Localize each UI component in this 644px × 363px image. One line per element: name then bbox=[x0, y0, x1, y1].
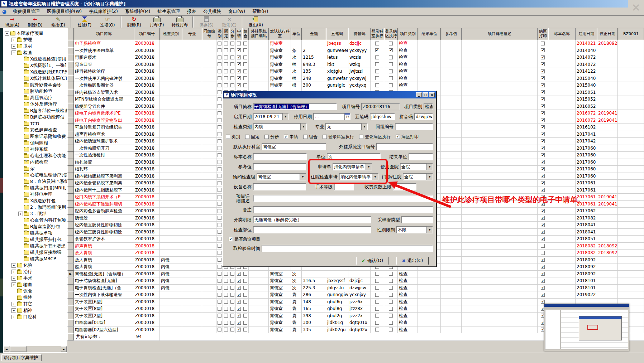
external-code-field[interactable] bbox=[376, 143, 433, 150]
expand-icon[interactable]: + bbox=[11, 282, 16, 287]
table-checkbox[interactable]: ✔ bbox=[236, 271, 242, 278]
menu-item[interactable]: 系统维护(M) bbox=[121, 8, 154, 16]
table-checkbox[interactable]: ✔ bbox=[538, 236, 548, 243]
filter-button[interactable]: 过滤(F) bbox=[73, 16, 96, 28]
table-checkbox[interactable]: ✔ bbox=[538, 96, 548, 103]
table-checkbox[interactable] bbox=[371, 299, 384, 306]
tree-item[interactable]: 饮食 bbox=[3, 288, 67, 294]
options-button[interactable]: ☞选项(O) bbox=[96, 16, 119, 28]
table-checkbox[interactable] bbox=[384, 299, 398, 306]
status-tab[interactable]: 诊疗项目字典维护 bbox=[1, 354, 42, 361]
table-checkbox[interactable] bbox=[223, 61, 229, 68]
charge-limit-field[interactable] bbox=[393, 183, 416, 190]
table-checkbox[interactable]: ✔ bbox=[236, 291, 242, 299]
table-checkbox[interactable] bbox=[242, 271, 249, 278]
table-checkbox[interactable] bbox=[216, 271, 223, 278]
table-checkbox[interactable] bbox=[242, 54, 249, 61]
table-checkbox[interactable]: ✔ bbox=[538, 291, 548, 299]
tree-item[interactable]: B超各部位一般检查 bbox=[3, 107, 67, 114]
table-checkbox[interactable]: ✔ bbox=[236, 299, 242, 306]
table-checkbox[interactable] bbox=[216, 305, 223, 313]
collapse-icon[interactable]: − bbox=[11, 50, 16, 55]
chevron-down-icon[interactable]: ▼ bbox=[300, 124, 306, 130]
table-checkbox[interactable] bbox=[538, 243, 548, 250]
table-checkbox[interactable] bbox=[229, 305, 236, 313]
table-checkbox[interactable] bbox=[384, 54, 398, 61]
tree-item[interactable]: 彩色超声检查 bbox=[3, 127, 67, 133]
tree-item[interactable]: X线计算机体层(CT bbox=[3, 75, 67, 82]
table-checkbox[interactable] bbox=[223, 54, 229, 61]
table-checkbox[interactable] bbox=[216, 326, 223, 334]
tree-item[interactable]: 神经系统 bbox=[3, 146, 67, 153]
table-checkbox[interactable]: ✔ bbox=[236, 313, 242, 320]
table-checkbox[interactable] bbox=[229, 291, 236, 299]
table-checkbox[interactable] bbox=[242, 68, 249, 75]
table-checkbox[interactable] bbox=[223, 313, 229, 320]
table-checkbox[interactable] bbox=[223, 299, 229, 306]
table-checkbox[interactable] bbox=[242, 285, 249, 292]
table-checkbox[interactable] bbox=[384, 319, 398, 326]
table-checkbox[interactable] bbox=[242, 277, 249, 285]
apply-checkbox[interactable]: ✔申请 bbox=[284, 134, 298, 140]
exam-class-dropdown[interactable]: 内镜▼ bbox=[253, 123, 307, 130]
calendar-icon[interactable]: 15 bbox=[344, 113, 350, 120]
wubi-field[interactable]: jblqssfuw bbox=[370, 113, 395, 120]
dialog-title-bar[interactable]: ￥ 诊疗项目修改 _ □ × bbox=[223, 91, 436, 98]
table-checkbox[interactable]: ✔ bbox=[538, 271, 548, 278]
table-checkbox[interactable] bbox=[384, 305, 398, 313]
table-checkbox[interactable]: ✔ bbox=[236, 277, 242, 285]
expand-icon[interactable]: + bbox=[11, 308, 16, 313]
table-checkbox[interactable]: ✔ bbox=[538, 173, 548, 180]
minimize-icon[interactable]: _ bbox=[416, 92, 422, 97]
table-checkbox[interactable]: ✔ bbox=[236, 47, 242, 54]
table-checkbox[interactable]: ✔ bbox=[236, 319, 242, 326]
table-checkbox[interactable]: ✔ bbox=[538, 208, 548, 215]
table-checkbox[interactable] bbox=[538, 250, 548, 257]
table-checkbox[interactable] bbox=[538, 40, 548, 47]
table-checkbox[interactable] bbox=[216, 285, 223, 292]
special-print-button[interactable]: 特殊打印 bbox=[168, 16, 191, 28]
table-checkbox[interactable] bbox=[242, 319, 249, 326]
table-checkbox[interactable] bbox=[216, 299, 223, 306]
tree-item[interactable]: 磁共振扫描(MRI)[ bbox=[3, 185, 67, 191]
menu-item[interactable]: 窗口(W) bbox=[225, 8, 249, 16]
table-checkbox[interactable] bbox=[371, 305, 384, 313]
booking-group-dropdown[interactable]: 胃镜室▼ bbox=[257, 173, 306, 180]
tree-item[interactable]: 心电生理和心功能 bbox=[3, 153, 67, 159]
fixed-checkbox[interactable]: 固定 bbox=[245, 134, 259, 140]
add-button[interactable]: →增加(A) bbox=[1, 16, 24, 28]
table-checkbox[interactable] bbox=[223, 285, 229, 292]
tree-item[interactable]: 磁共振单项 bbox=[3, 230, 67, 236]
table-checkbox[interactable] bbox=[384, 271, 398, 278]
table-checkbox[interactable]: ✔ bbox=[538, 145, 548, 152]
table-checkbox[interactable] bbox=[229, 277, 236, 285]
table-checkbox[interactable] bbox=[229, 82, 236, 89]
table-checkbox[interactable] bbox=[229, 271, 236, 278]
tree-item[interactable]: X线摄影[1、一张] bbox=[3, 62, 67, 69]
tree-item[interactable]: 心脏电生理诊疗[使 bbox=[3, 172, 67, 178]
table-checkbox[interactable]: ✔ bbox=[538, 110, 548, 117]
maximize-icon[interactable]: □ bbox=[423, 92, 428, 97]
table-checkbox[interactable]: ✔ bbox=[538, 68, 548, 75]
table-checkbox[interactable] bbox=[229, 68, 236, 75]
table-checkbox[interactable]: ✔ bbox=[538, 222, 548, 229]
table-checkbox[interactable]: ✔ bbox=[538, 166, 548, 173]
table-row[interactable]: 电子胃镜检查[无痛]（含Z003018内镜✔胃镜室次225.3jblqssfud… bbox=[67, 285, 644, 292]
table-checkbox[interactable] bbox=[216, 319, 223, 326]
reference-field[interactable] bbox=[253, 163, 306, 170]
table-checkbox[interactable] bbox=[384, 40, 398, 47]
pinyin-field[interactable]: dzwjjcwth bbox=[414, 113, 433, 120]
table-checkbox[interactable] bbox=[229, 54, 236, 61]
table-checkbox[interactable] bbox=[384, 75, 398, 82]
table-checkbox[interactable]: ✔ bbox=[236, 75, 242, 82]
table-checkbox[interactable]: ✔ bbox=[236, 61, 242, 68]
table-checkbox[interactable] bbox=[371, 61, 384, 68]
table-row[interactable]: 一次性使用医用垫单Z003018✔胃镜室条2gunweaerycxsyyy✔✔检… bbox=[67, 47, 644, 54]
table-checkbox[interactable]: ✔ bbox=[236, 285, 242, 292]
exit-dialog-button[interactable]: ✖退出(C) bbox=[396, 257, 429, 265]
tree-item[interactable]: B超室造影打包 bbox=[3, 223, 67, 230]
table-row[interactable]: 胃肠造瘘术Z003018✔胃镜室次1215letuswczls检查✔201407… bbox=[67, 54, 644, 61]
item-detail-field[interactable] bbox=[253, 195, 433, 202]
print-button[interactable]: 打印(P) bbox=[146, 16, 168, 28]
table-checkbox[interactable] bbox=[216, 68, 223, 75]
